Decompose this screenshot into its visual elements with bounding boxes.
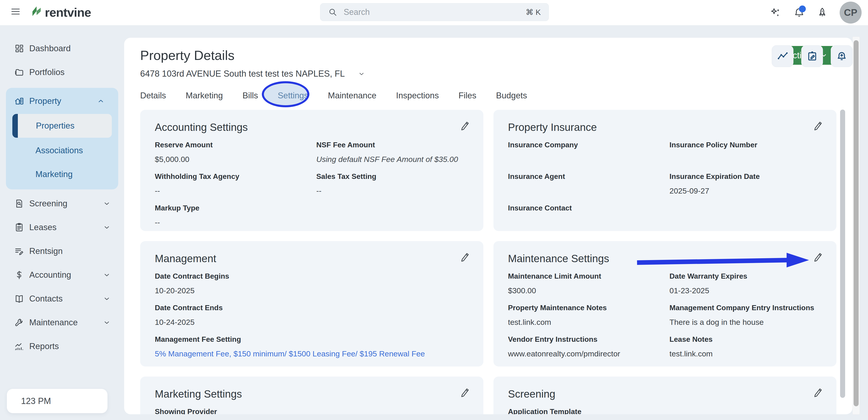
- brand-logo[interactable]: rentvine: [31, 5, 91, 20]
- sidebar-item-contacts[interactable]: Contacts: [0, 287, 124, 311]
- field: Insurance Expiration Date 2025-09-27: [670, 172, 822, 196]
- sidebar-item-properties[interactable]: Properties: [12, 114, 112, 138]
- field-label: Management Company Entry Instructions: [670, 303, 822, 312]
- chevron-down-icon[interactable]: [103, 224, 111, 231]
- clipboard-pencil-icon: [806, 50, 818, 62]
- tab-details[interactable]: Details: [140, 91, 166, 101]
- pencil-icon: [460, 120, 471, 131]
- book-icon: [14, 294, 24, 304]
- tab-marketing[interactable]: Marketing: [186, 91, 223, 101]
- field: Insurance Policy Number: [670, 141, 822, 164]
- tab-inspections[interactable]: Inspections: [396, 91, 439, 101]
- search-input[interactable]: [343, 7, 520, 17]
- edit-maintenance-button[interactable]: [813, 252, 824, 263]
- field-label: Insurance Company: [508, 141, 660, 149]
- global-search[interactable]: ⌘ K: [320, 3, 549, 21]
- sidebar-item-rentsign[interactable]: Rentsign: [0, 239, 124, 263]
- field-value: [670, 155, 822, 164]
- rocket-icon[interactable]: [817, 7, 828, 18]
- sidebar-item-label: Portfolios: [29, 67, 64, 77]
- sidebar-item-screening[interactable]: Screening: [0, 192, 124, 215]
- sidebar-item-label: Contacts: [29, 294, 63, 304]
- sidebar-item-leases[interactable]: Leases: [0, 215, 124, 239]
- bell-plus-icon: [836, 50, 848, 62]
- card-title: Accounting Settings: [155, 121, 469, 133]
- user-avatar[interactable]: CP: [840, 2, 862, 24]
- field-label: Vendor Entry Instructions: [508, 335, 660, 343]
- pencil-icon: [460, 387, 471, 398]
- sidebar-item-property[interactable]: Property: [6, 89, 118, 113]
- field: NSF Fee Amount Using default NSF Fee Amo…: [316, 141, 468, 164]
- edit-management-button[interactable]: [460, 252, 471, 263]
- sidebar-property-group: Property Properties Associations Marketi…: [6, 88, 118, 189]
- field-value: --: [155, 218, 307, 227]
- edit-accounting-button[interactable]: [460, 120, 471, 131]
- sidebar-item-portfolios[interactable]: Portfolios: [0, 60, 124, 84]
- field: Vendor Entry Instructions www.eatonrealt…: [508, 335, 660, 358]
- tab-bills[interactable]: Bills: [243, 91, 258, 101]
- ai-sparkles-icon[interactable]: [771, 7, 781, 18]
- field: Sales Tax Setting --: [316, 172, 468, 196]
- tab-maintenance[interactable]: Maintenance: [328, 91, 376, 101]
- edit-insurance-button[interactable]: [813, 120, 824, 131]
- sidebar-item-associations[interactable]: Associations: [6, 139, 118, 162]
- sidebar-item-label: Accounting: [29, 270, 71, 280]
- field-value: There is a dog in the house: [670, 318, 822, 327]
- folder-icon: [14, 67, 24, 77]
- sidebar-item-maintenance[interactable]: Maintenance: [0, 311, 124, 334]
- tab-files[interactable]: Files: [459, 91, 476, 101]
- page-scrollbar-thumb[interactable]: [854, 40, 859, 406]
- sidebar-item-label: Maintenance: [29, 318, 78, 327]
- sidebar-item-label: Marketing: [35, 170, 72, 179]
- card-marketing-settings: Marketing Settings Showing Provider: [140, 377, 484, 414]
- tab-settings[interactable]: Settings: [278, 91, 308, 101]
- content-scrollbar-thumb[interactable]: [840, 110, 845, 398]
- field: Showing Provider: [155, 407, 307, 414]
- subscribe-alerts-button[interactable]: [831, 45, 852, 67]
- field-label: Insurance Agent: [508, 172, 660, 181]
- property-address-selector[interactable]: 6478 103rd AVENUE South test test tes NA…: [140, 69, 836, 79]
- sidebar-item-reports[interactable]: Reports: [0, 334, 124, 358]
- card-title: Marketing Settings: [155, 388, 469, 400]
- field-value: --: [155, 186, 307, 196]
- hamburger-menu-icon[interactable]: [11, 9, 20, 14]
- field-label: Insurance Policy Number: [670, 141, 822, 149]
- chevron-down-icon[interactable]: [103, 200, 111, 207]
- search-icon: [328, 7, 337, 17]
- edit-marketing-button[interactable]: [460, 387, 471, 398]
- field: Withholding Tax Agency --: [155, 172, 307, 196]
- sidebar-item-label: Dashboard: [29, 44, 71, 53]
- chevron-down-icon[interactable]: [103, 271, 111, 279]
- tab-budgets[interactable]: Budgets: [496, 91, 527, 101]
- chevron-up-icon[interactable]: [97, 97, 104, 105]
- sidebar-item-accounting[interactable]: Accounting: [0, 263, 124, 287]
- edit-screening-button[interactable]: [813, 387, 824, 398]
- sidebar-item-marketing[interactable]: Marketing: [6, 162, 118, 186]
- card-screening: Screening Application Template: [493, 377, 837, 414]
- chevron-down-icon[interactable]: [103, 319, 111, 326]
- signature-icon: [14, 246, 24, 256]
- field: Date Contract Begins 10-20-2025: [155, 272, 469, 295]
- notifications-bell-icon[interactable]: [794, 7, 805, 18]
- field-value: 01-23-2025: [670, 286, 822, 295]
- field: Lease Notes test.link.com: [670, 335, 822, 358]
- chevron-down-icon[interactable]: [103, 295, 111, 302]
- notification-badge-dot: [799, 5, 806, 12]
- field-label: Date Warranty Expires: [670, 272, 822, 280]
- sidebar-nav: Dashboard Portfolios: [0, 25, 124, 420]
- management-fee-link[interactable]: 5% Management Fee, $150 minimum/ $1500 L…: [155, 349, 469, 358]
- card-title: Maintenance Settings: [508, 252, 822, 265]
- pencil-icon: [813, 120, 824, 131]
- wrench-icon: [14, 318, 24, 328]
- clock-text: 123 PM: [21, 396, 51, 406]
- document-search-icon: [14, 199, 24, 209]
- chart-icon: [14, 341, 24, 351]
- field-label: Withholding Tax Agency: [155, 172, 307, 181]
- activity-chart-button[interactable]: [772, 45, 794, 67]
- notes-button[interactable]: [801, 45, 823, 67]
- card-property-insurance: Property Insurance Insurance Company Ins…: [493, 110, 837, 231]
- field: Management Company Entry Instructions Th…: [670, 303, 822, 327]
- card-management: Management Date Contract Begins 10-20-20…: [140, 241, 484, 366]
- field: Insurance Contact: [508, 204, 660, 227]
- sidebar-item-dashboard[interactable]: Dashboard: [0, 37, 124, 60]
